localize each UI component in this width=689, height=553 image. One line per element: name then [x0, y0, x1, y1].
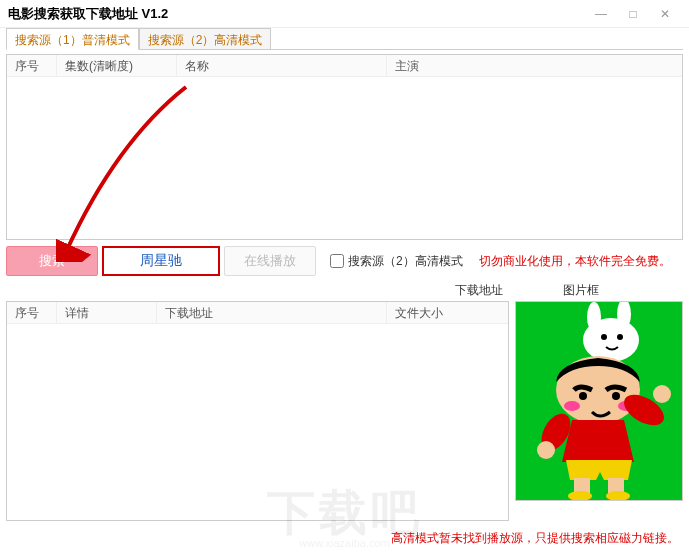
hd-mode-note: 高清模式暂未找到播放源，只提供搜索相应磁力链接。: [391, 530, 679, 547]
search-input[interactable]: 周星驰: [102, 246, 220, 276]
close-button[interactable]: ✕: [649, 2, 681, 26]
svg-point-14: [653, 385, 671, 403]
downloads-table-header: 序号 详情 下载地址 文件大小: [7, 302, 508, 324]
action-row: 搜索 周星驰 在线播放 搜索源（2）高清模式 切勿商业化使用，本软件完全免费。: [0, 246, 689, 282]
svg-point-8: [612, 392, 620, 400]
picture-frame-label: 图片框: [563, 282, 683, 299]
svg-point-7: [579, 392, 587, 400]
titlebar: 电影搜索获取下载地址 V1.2 — □ ✕: [0, 0, 689, 28]
downloads-table[interactable]: 序号 详情 下载地址 文件大小: [6, 301, 509, 521]
col-index: 序号: [7, 55, 57, 76]
dl-col-filesize: 文件大小: [387, 302, 508, 323]
window-title: 电影搜索获取下载地址 V1.2: [8, 5, 585, 23]
hd-mode-checkbox-wrap: 搜索源（2）高清模式: [330, 253, 463, 270]
dl-col-address: 下载地址: [157, 302, 387, 323]
col-episodes: 集数(清晰度): [57, 55, 177, 76]
search-input-value: 周星驰: [140, 252, 182, 270]
download-address-label: 下载地址: [455, 282, 503, 299]
minimize-button[interactable]: —: [585, 2, 617, 26]
usage-warning: 切勿商业化使用，本软件完全免费。: [479, 253, 671, 270]
search-button[interactable]: 搜索: [6, 246, 98, 276]
tab-source2-hd[interactable]: 搜索源（2）高清模式: [139, 28, 272, 49]
dl-col-index: 序号: [7, 302, 57, 323]
results-table[interactable]: 序号 集数(清晰度) 名称 主演: [6, 54, 683, 240]
picture-panel: [515, 301, 683, 521]
svg-point-18: [606, 491, 630, 501]
tab-strip: 搜索源（1）普清模式 搜索源（2）高清模式: [6, 28, 683, 50]
window-controls: — □ ✕: [585, 2, 681, 26]
cartoon-image-icon: [516, 302, 683, 501]
hd-mode-checkbox-label: 搜索源（2）高清模式: [348, 253, 463, 270]
svg-point-2: [587, 302, 601, 332]
svg-point-5: [617, 334, 623, 340]
picture-box: [515, 301, 683, 501]
col-cast: 主演: [387, 55, 682, 76]
dl-col-detail: 详情: [57, 302, 157, 323]
svg-point-13: [537, 441, 555, 459]
svg-point-9: [564, 401, 580, 411]
play-online-button: 在线播放: [224, 246, 316, 276]
labels-row: 下载地址 图片框: [0, 282, 689, 301]
hd-mode-checkbox[interactable]: [330, 254, 344, 268]
watermark-url: www.xiazaiba.com: [299, 537, 389, 549]
results-table-header: 序号 集数(清晰度) 名称 主演: [7, 55, 682, 77]
svg-point-17: [568, 491, 592, 501]
svg-point-4: [601, 334, 607, 340]
tab-source1-normal[interactable]: 搜索源（1）普清模式: [6, 28, 139, 50]
lower-row: 序号 详情 下载地址 文件大小: [0, 301, 689, 521]
col-name: 名称: [177, 55, 387, 76]
maximize-button[interactable]: □: [617, 2, 649, 26]
